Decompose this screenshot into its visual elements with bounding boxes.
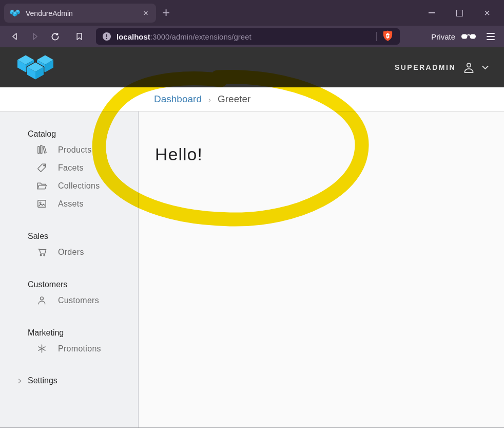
sidebar-item-label: Collections: [58, 181, 100, 191]
url-path: :3000/admin/extensions/greet: [150, 32, 251, 41]
sidebar-item-label: Orders: [58, 248, 84, 257]
section-title-marketing: Marketing: [28, 328, 138, 338]
maximize-icon: [456, 10, 463, 16]
content-area: Hello!: [139, 111, 504, 427]
username-label: SUPERADMIN: [395, 63, 456, 71]
breadcrumb: Dashboard › Greeter: [0, 87, 504, 111]
url-host: localhost: [117, 32, 150, 41]
folder-icon: [36, 180, 48, 192]
breadcrumb-dashboard-link[interactable]: Dashboard: [154, 94, 202, 105]
window-controls: ×: [418, 0, 501, 26]
section-title-sales: Sales: [28, 231, 138, 241]
browser-toolbar: localhost:3000/admin/extensions/greet Pr…: [0, 26, 504, 47]
minimize-button[interactable]: [418, 0, 445, 26]
account-menu[interactable]: SUPERADMIN: [395, 61, 489, 75]
sidebar-item-label: Facets: [58, 163, 84, 173]
url-bar[interactable]: localhost:3000/admin/extensions/greet: [96, 28, 400, 45]
chevron-right-icon: [16, 378, 23, 384]
sidebar-item-settings[interactable]: Settings: [16, 376, 138, 385]
private-window-badge: Private: [431, 32, 476, 41]
user-icon: [36, 294, 48, 306]
user-avatar-icon: [462, 61, 476, 75]
vendure-favicon-icon: [9, 9, 21, 17]
section-title-catalog: Catalog: [28, 129, 138, 139]
admin-header: SUPERADMIN: [0, 47, 504, 87]
forward-icon: [30, 31, 40, 42]
private-label: Private: [431, 32, 455, 41]
breadcrumb-current: Greeter: [218, 94, 250, 105]
tag-icon: [36, 162, 48, 174]
cart-icon: [36, 246, 48, 258]
sidebar-item-facets[interactable]: Facets: [28, 159, 138, 177]
sidebar-nav: Catalog Products Facets: [0, 111, 139, 427]
bookmark-icon: [74, 31, 84, 42]
sidebar-section-catalog: Catalog Products Facets: [28, 129, 138, 213]
new-tab-button[interactable]: +: [162, 5, 170, 20]
close-window-button[interactable]: ×: [473, 0, 501, 26]
sidebar-item-customers[interactable]: Customers: [28, 291, 138, 309]
site-info-icon: [102, 32, 111, 41]
sidebar-item-promotions[interactable]: Promotions: [28, 340, 138, 358]
library-icon: [36, 144, 48, 156]
tab-strip: VendureAdmin × + ×: [0, 0, 504, 26]
tab-title: VendureAdmin: [26, 9, 141, 17]
url-divider: [376, 32, 377, 41]
sidebar-item-label: Assets: [58, 199, 84, 209]
sidebar-section-customers: Customers Customers: [28, 280, 138, 309]
sidebar-item-label: Customers: [58, 296, 99, 305]
vendure-logo[interactable]: [15, 52, 55, 83]
sidebar-item-products[interactable]: Products: [28, 141, 138, 159]
chevron-down-icon: [482, 65, 489, 70]
bookmark-button[interactable]: [71, 29, 87, 44]
back-button[interactable]: [7, 29, 23, 44]
maximize-button[interactable]: [445, 0, 473, 26]
hamburger-icon: [487, 33, 495, 34]
tab-close-icon[interactable]: ×: [141, 8, 151, 18]
image-icon: [36, 198, 48, 210]
brave-shield-icon[interactable]: [382, 30, 394, 43]
sidebar-section-sales: Sales Orders: [28, 231, 138, 261]
sunglasses-icon: [461, 34, 476, 40]
reload-icon: [50, 31, 61, 42]
sidebar-item-orders[interactable]: Orders: [28, 243, 138, 261]
sidebar-item-label: Products: [58, 145, 92, 155]
forward-button[interactable]: [27, 29, 43, 44]
sidebar-item-collections[interactable]: Collections: [28, 177, 138, 195]
reload-button[interactable]: [47, 29, 63, 44]
browser-window: VendureAdmin × + ×: [0, 0, 504, 428]
browser-tab[interactable]: VendureAdmin ×: [4, 4, 156, 23]
section-title-customers: Customers: [28, 280, 138, 289]
greeting-text: Hello!: [155, 144, 504, 164]
asterisk-icon: [36, 343, 48, 355]
sidebar-section-marketing: Marketing Promotions: [28, 328, 138, 358]
minimize-icon: [429, 12, 435, 13]
settings-label: Settings: [28, 376, 57, 385]
breadcrumb-separator: ›: [208, 95, 211, 104]
sidebar-item-assets[interactable]: Assets: [28, 195, 138, 213]
sidebar-item-label: Promotions: [58, 344, 101, 353]
back-icon: [10, 31, 20, 42]
menu-button[interactable]: [487, 33, 495, 40]
